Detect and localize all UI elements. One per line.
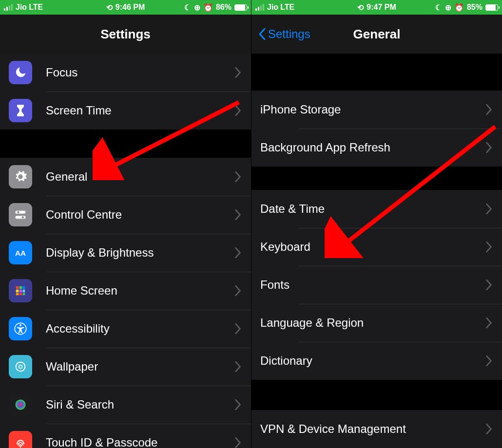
chevron-right-icon xyxy=(485,355,492,366)
row-label: Home Screen xyxy=(46,284,234,298)
row-focus[interactable]: Focus xyxy=(0,54,251,92)
settings-group-1: FocusScreen Time xyxy=(0,54,251,130)
svg-point-1 xyxy=(17,211,19,213)
chevron-right-icon xyxy=(485,317,492,328)
alarm-icon: ⏰ xyxy=(454,3,464,12)
chevron-right-icon xyxy=(234,323,241,334)
signal-icon xyxy=(4,4,13,11)
svg-rect-9 xyxy=(19,290,22,293)
row-label: Language & Region xyxy=(260,316,485,330)
row-iphone-storage[interactable]: iPhone Storage xyxy=(251,91,502,129)
svg-rect-2 xyxy=(16,216,26,219)
svg-rect-12 xyxy=(19,293,22,296)
siri-search-icon xyxy=(9,393,32,416)
row-label: Control Centre xyxy=(46,208,234,222)
chevron-right-icon xyxy=(485,104,492,115)
chevron-right-icon xyxy=(485,424,492,434)
row-label: Keyboard xyxy=(260,240,485,254)
control-centre-icon xyxy=(9,203,32,226)
general-group-2: Date & TimeKeyboardFontsLanguage & Regio… xyxy=(251,190,502,380)
row-label: Siri & Search xyxy=(46,398,234,411)
chevron-right-icon xyxy=(234,399,241,410)
row-touch-id[interactable]: Touch ID & Passcode xyxy=(0,424,251,448)
chevron-right-icon xyxy=(485,242,492,252)
row-accessibility[interactable]: Accessibility xyxy=(0,310,251,348)
home-screen-icon xyxy=(9,279,32,302)
network: LTE xyxy=(29,3,43,12)
svg-point-17 xyxy=(19,365,22,369)
back-button[interactable]: Settings xyxy=(258,27,310,41)
chevron-left-icon xyxy=(258,28,266,40)
row-date-time[interactable]: Date & Time xyxy=(251,190,502,228)
touch-id-icon xyxy=(9,431,32,448)
lock-icon: ⊕ xyxy=(194,3,200,12)
nav-bar: Settings xyxy=(0,15,251,54)
section-gap xyxy=(251,380,502,410)
clock: 9:46 PM xyxy=(116,3,145,12)
row-label: Display & Brightness xyxy=(46,246,234,260)
battery-icon xyxy=(234,4,247,11)
chevron-right-icon xyxy=(234,209,241,220)
row-keyboard[interactable]: Keyboard xyxy=(251,228,502,266)
battery-pct: 85% xyxy=(467,3,483,12)
battery-icon xyxy=(485,4,498,11)
chevron-right-icon xyxy=(234,285,241,296)
svg-rect-6 xyxy=(19,286,22,289)
row-label: Focus xyxy=(46,66,234,79)
row-label: Background App Refresh xyxy=(260,141,485,154)
svg-rect-8 xyxy=(16,290,19,293)
row-wallpaper[interactable]: Wallpaper xyxy=(0,348,251,386)
settings-screen: Jio LTE ⟲ 9:46 PM ☾ ⊕ ⏰ 86% Settings Foc… xyxy=(0,0,251,448)
row-home-screen[interactable]: Home Screen xyxy=(0,272,251,310)
svg-rect-11 xyxy=(16,293,19,296)
svg-point-18 xyxy=(16,400,26,410)
section-gap xyxy=(0,130,251,158)
row-background-app-refresh[interactable]: Background App Refresh xyxy=(251,129,502,167)
row-label: Screen Time xyxy=(46,104,234,117)
chevron-right-icon xyxy=(234,247,241,258)
accessibility-icon xyxy=(9,317,32,340)
row-dictionary[interactable]: Dictionary xyxy=(251,342,502,380)
svg-rect-5 xyxy=(16,286,19,289)
carrier: Jio xyxy=(267,3,278,12)
signal-icon xyxy=(255,4,264,11)
general-screen: Jio LTE ⟲ 9:47 PM ☾ ⊕ ⏰ 85% Settings Gen… xyxy=(251,0,502,448)
general-group-3: VPN & Device Management xyxy=(251,410,502,448)
focus-icon xyxy=(9,61,32,84)
wallpaper-icon xyxy=(9,355,32,378)
hotspot-icon: ⟲ xyxy=(357,3,364,12)
row-language-region[interactable]: Language & Region xyxy=(251,304,502,342)
row-label: General xyxy=(46,170,234,184)
svg-rect-10 xyxy=(23,290,25,293)
row-label: Touch ID & Passcode xyxy=(46,436,234,448)
svg-text:AA: AA xyxy=(15,249,26,257)
row-siri-search[interactable]: Siri & Search xyxy=(0,386,251,424)
row-fonts[interactable]: Fonts xyxy=(251,266,502,304)
carrier: Jio xyxy=(16,3,27,12)
page-title: General xyxy=(353,27,401,42)
row-label: Fonts xyxy=(260,278,485,292)
network: LTE xyxy=(280,3,294,12)
settings-group-2: GeneralControl CentreAADisplay & Brightn… xyxy=(0,158,251,448)
clock: 9:47 PM xyxy=(367,3,396,12)
svg-rect-7 xyxy=(23,286,25,289)
display-brightness-icon: AA xyxy=(9,241,32,264)
row-vpn-device-management[interactable]: VPN & Device Management xyxy=(251,410,502,448)
row-general[interactable]: General xyxy=(0,158,251,196)
back-label: Settings xyxy=(268,27,310,41)
screen-time-icon xyxy=(9,99,32,122)
row-screen-time[interactable]: Screen Time xyxy=(0,92,251,130)
row-display-brightness[interactable]: AADisplay & Brightness xyxy=(0,234,251,272)
chevron-right-icon xyxy=(485,142,492,153)
svg-point-15 xyxy=(19,324,21,326)
svg-point-3 xyxy=(21,216,24,219)
row-control-centre[interactable]: Control Centre xyxy=(0,196,251,234)
battery-pct: 86% xyxy=(216,3,232,12)
svg-rect-0 xyxy=(16,211,26,214)
section-gap xyxy=(251,167,502,190)
hotspot-icon: ⟲ xyxy=(106,3,113,12)
page-title: Settings xyxy=(100,27,151,42)
section-gap xyxy=(251,54,502,91)
chevron-right-icon xyxy=(234,105,241,116)
moon-icon: ☾ xyxy=(435,3,442,12)
